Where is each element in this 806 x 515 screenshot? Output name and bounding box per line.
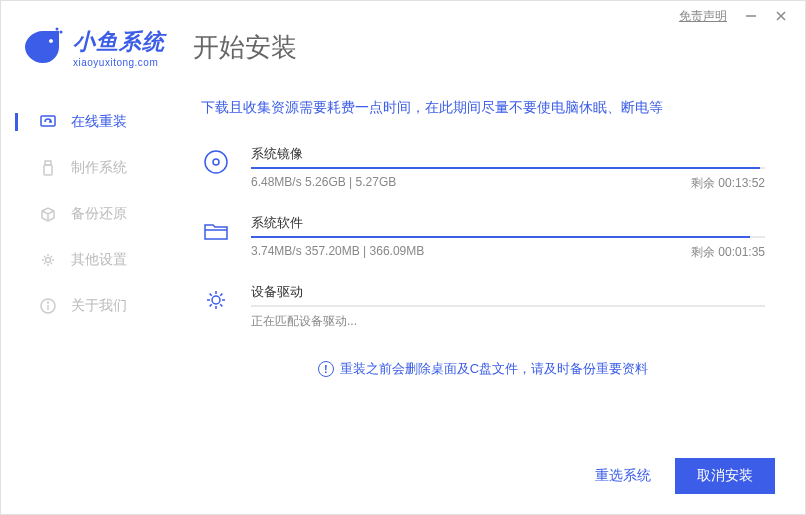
task-device-drivers: 设备驱动 正在匹配设备驱动...: [201, 283, 765, 330]
sidebar-item-label: 备份还原: [71, 205, 127, 223]
sidebar-item-reinstall[interactable]: 在线重装: [1, 99, 171, 145]
task-system-software: 系统软件 3.74MB/s 357.20MB | 366.09MB 剩余 00:…: [201, 214, 765, 261]
sidebar-item-about[interactable]: 关于我们: [1, 283, 171, 329]
sidebar-item-backup[interactable]: 备份还原: [1, 191, 171, 237]
minimize-button[interactable]: [745, 10, 757, 22]
sidebar-item-label: 制作系统: [71, 159, 127, 177]
svg-point-4: [60, 31, 63, 34]
svg-point-14: [212, 296, 220, 304]
sidebar-item-settings[interactable]: 其他设置: [1, 237, 171, 283]
svg-point-8: [46, 258, 51, 263]
monitor-refresh-icon: [39, 113, 57, 131]
gear-icon: [39, 251, 57, 269]
task-system-image: 系统镜像 6.48MB/s 5.26GB | 5.27GB 剩余 00:13:5…: [201, 145, 765, 192]
progress-bar: [251, 236, 765, 238]
reselect-system-button[interactable]: 重选系统: [583, 459, 663, 493]
warning-banner: ! 重装之前会删除桌面及C盘文件，请及时备份重要资料: [201, 360, 765, 378]
usb-icon: [39, 159, 57, 177]
task-stats-left: 6.48MB/s 5.26GB | 5.27GB: [251, 175, 396, 192]
sidebar: 在线重装 制作系统 备份还原 其他设置 关于我们: [1, 89, 171, 378]
close-button[interactable]: [775, 10, 787, 22]
brand-url: xiaoyuxitong.com: [73, 57, 165, 68]
task-remain: 剩余 00:13:52: [691, 175, 765, 192]
warning-icon: !: [318, 361, 334, 377]
hint-text: 下载且收集资源需要耗费一点时间，在此期间尽量不要使电脑休眠、断电等: [201, 99, 765, 117]
gear-icon: [201, 285, 231, 315]
task-title: 设备驱动: [251, 283, 765, 301]
page-title: 开始安装: [193, 30, 297, 65]
svg-point-3: [56, 28, 59, 31]
sidebar-item-label: 其他设置: [71, 251, 127, 269]
cancel-install-button[interactable]: 取消安装: [675, 458, 775, 494]
sidebar-item-label: 在线重装: [71, 113, 127, 131]
svg-rect-5: [41, 116, 55, 126]
task-remain: 剩余 00:01:35: [691, 244, 765, 261]
folder-icon: [201, 216, 231, 246]
brand-name: 小鱼系统: [73, 27, 165, 57]
sidebar-item-label: 关于我们: [71, 297, 127, 315]
progress-bar: [251, 305, 765, 307]
brand-logo: 小鱼系统 xiaoyuxitong.com: [21, 25, 165, 69]
info-icon: [39, 297, 57, 315]
task-status: 正在匹配设备驱动...: [251, 313, 765, 330]
svg-rect-7: [44, 165, 52, 175]
task-stats-left: 3.74MB/s 357.20MB | 366.09MB: [251, 244, 424, 261]
warning-text: 重装之前会删除桌面及C盘文件，请及时备份重要资料: [340, 360, 648, 378]
svg-point-11: [48, 302, 49, 303]
box-icon: [39, 205, 57, 223]
fish-icon: [21, 25, 65, 69]
sidebar-item-create[interactable]: 制作系统: [1, 145, 171, 191]
svg-point-13: [213, 159, 219, 165]
task-title: 系统软件: [251, 214, 765, 232]
disclaimer-link[interactable]: 免责声明: [679, 8, 727, 25]
disc-icon: [201, 147, 231, 177]
svg-point-12: [205, 151, 227, 173]
progress-bar: [251, 167, 765, 169]
task-title: 系统镜像: [251, 145, 765, 163]
